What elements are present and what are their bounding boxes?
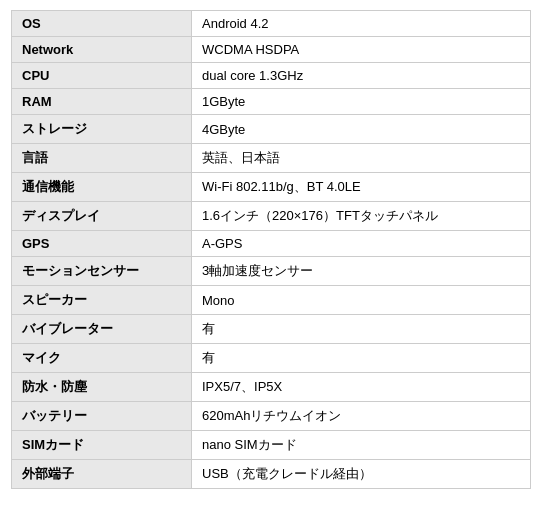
spec-label: Network <box>12 37 192 63</box>
table-row: SIMカードnano SIMカード <box>12 431 531 460</box>
table-row: ディスプレイ1.6インチ（220×176）TFTタッチパネル <box>12 202 531 231</box>
spec-label: RAM <box>12 89 192 115</box>
table-row: モーションセンサー3軸加速度センサー <box>12 257 531 286</box>
spec-label: 防水・防塵 <box>12 373 192 402</box>
table-row: 外部端子USB（充電クレードル経由） <box>12 460 531 489</box>
spec-value: 1GByte <box>192 89 531 115</box>
table-row: 言語英語、日本語 <box>12 144 531 173</box>
spec-label: バッテリー <box>12 402 192 431</box>
spec-value: Android 4.2 <box>192 11 531 37</box>
spec-value: nano SIMカード <box>192 431 531 460</box>
table-row: GPSA-GPS <box>12 231 531 257</box>
table-row: 通信機能Wi-Fi 802.11b/g、BT 4.0LE <box>12 173 531 202</box>
spec-value: dual core 1.3GHz <box>192 63 531 89</box>
table-row: バッテリー620mAhリチウムイオン <box>12 402 531 431</box>
table-row: マイク有 <box>12 344 531 373</box>
spec-value: A-GPS <box>192 231 531 257</box>
spec-label: SIMカード <box>12 431 192 460</box>
spec-value: 620mAhリチウムイオン <box>192 402 531 431</box>
specs-table: OSAndroid 4.2NetworkWCDMA HSDPACPUdual c… <box>11 10 531 489</box>
table-row: RAM1GByte <box>12 89 531 115</box>
spec-value: Mono <box>192 286 531 315</box>
spec-value: IPX5/7、IP5X <box>192 373 531 402</box>
spec-value: 有 <box>192 315 531 344</box>
spec-label: 通信機能 <box>12 173 192 202</box>
spec-label: ディスプレイ <box>12 202 192 231</box>
spec-label: スピーカー <box>12 286 192 315</box>
table-row: スピーカーMono <box>12 286 531 315</box>
table-row: CPUdual core 1.3GHz <box>12 63 531 89</box>
spec-label: ストレージ <box>12 115 192 144</box>
spec-value: 英語、日本語 <box>192 144 531 173</box>
spec-label: マイク <box>12 344 192 373</box>
table-row: NetworkWCDMA HSDPA <box>12 37 531 63</box>
table-row: 防水・防塵IPX5/7、IP5X <box>12 373 531 402</box>
spec-value: 3軸加速度センサー <box>192 257 531 286</box>
spec-label: GPS <box>12 231 192 257</box>
table-row: ストレージ4GByte <box>12 115 531 144</box>
spec-label: OS <box>12 11 192 37</box>
spec-label: 外部端子 <box>12 460 192 489</box>
spec-value: USB（充電クレードル経由） <box>192 460 531 489</box>
spec-value: WCDMA HSDPA <box>192 37 531 63</box>
table-row: OSAndroid 4.2 <box>12 11 531 37</box>
spec-label: バイブレーター <box>12 315 192 344</box>
spec-label: 言語 <box>12 144 192 173</box>
spec-value: 4GByte <box>192 115 531 144</box>
spec-label: CPU <box>12 63 192 89</box>
spec-value: Wi-Fi 802.11b/g、BT 4.0LE <box>192 173 531 202</box>
spec-label: モーションセンサー <box>12 257 192 286</box>
spec-value: 有 <box>192 344 531 373</box>
spec-value: 1.6インチ（220×176）TFTタッチパネル <box>192 202 531 231</box>
table-row: バイブレーター有 <box>12 315 531 344</box>
